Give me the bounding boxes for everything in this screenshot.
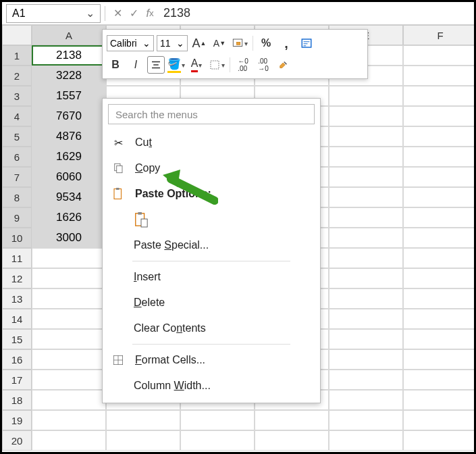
increase-decimal-button[interactable]: ←0.00 <box>234 56 252 74</box>
cell[interactable] <box>32 410 106 430</box>
name-box[interactable]: A1 ⌄ <box>6 4 101 23</box>
italic-button[interactable]: I <box>127 56 144 74</box>
row-header[interactable]: 2 <box>2 66 32 86</box>
formula-input[interactable]: 2138 <box>158 6 474 20</box>
column-header[interactable]: F <box>403 25 476 45</box>
grow-font-button[interactable]: A▲ <box>190 34 208 52</box>
row-header[interactable]: 13 <box>2 288 32 309</box>
row-header[interactable]: 19 <box>2 410 32 430</box>
insert-menu-item[interactable]: Insert <box>103 264 320 290</box>
cell[interactable] <box>403 268 476 288</box>
cell[interactable]: 7670 <box>32 106 106 126</box>
row-header[interactable]: 5 <box>2 126 32 147</box>
bold-button[interactable]: B <box>107 56 124 74</box>
format-cells-menu-item[interactable]: Format Cells... <box>103 347 320 373</box>
cell[interactable]: 3000 <box>32 228 106 248</box>
cell[interactable] <box>255 410 329 430</box>
cell[interactable] <box>329 430 403 451</box>
menu-search-input[interactable]: Search the menus <box>108 104 315 124</box>
cell[interactable] <box>106 430 180 451</box>
cell[interactable] <box>180 410 255 430</box>
cell[interactable] <box>329 126 403 147</box>
row-header[interactable]: 12 <box>2 268 32 288</box>
cell[interactable] <box>329 86 403 106</box>
cell[interactable] <box>32 390 106 410</box>
cell[interactable] <box>403 349 476 370</box>
number-format-button[interactable]: ▾ <box>231 34 248 52</box>
enter-icon[interactable]: ✓ <box>126 5 142 22</box>
cell[interactable] <box>32 268 106 288</box>
cell[interactable] <box>329 228 403 248</box>
fill-color-button[interactable]: 🪣▾ <box>167 56 185 74</box>
copy-menu-item[interactable]: Copy <box>103 155 320 181</box>
cell[interactable] <box>329 288 403 309</box>
row-header[interactable]: 7 <box>2 167 32 187</box>
cell[interactable] <box>329 349 403 370</box>
font-select[interactable]: Calibri⌄ <box>107 35 154 51</box>
cell[interactable] <box>403 329 476 349</box>
cell[interactable] <box>403 228 476 248</box>
row-header[interactable]: 3 <box>2 86 32 106</box>
cell[interactable] <box>32 370 106 390</box>
cell[interactable] <box>329 410 403 430</box>
cell[interactable] <box>32 288 106 309</box>
cell[interactable] <box>106 410 180 430</box>
cancel-icon[interactable]: ✕ <box>109 5 126 22</box>
cell[interactable] <box>403 147 476 167</box>
cell[interactable] <box>403 390 476 410</box>
cell[interactable] <box>329 309 403 329</box>
row-header[interactable]: 14 <box>2 309 32 329</box>
row-header[interactable]: 1 <box>2 45 32 66</box>
cell[interactable] <box>403 45 476 66</box>
row-header[interactable]: 8 <box>2 187 32 207</box>
cell[interactable]: 3228 <box>32 66 106 86</box>
cell[interactable] <box>32 329 106 349</box>
cell[interactable] <box>403 106 476 126</box>
cell[interactable] <box>403 207 476 228</box>
cell[interactable]: 1557 <box>32 86 106 106</box>
cell[interactable] <box>403 248 476 268</box>
decrease-decimal-button[interactable]: .00→0 <box>255 56 272 74</box>
cut-menu-item[interactable]: ✂ Cut <box>103 130 320 155</box>
cell[interactable] <box>403 167 476 187</box>
row-header[interactable]: 20 <box>2 430 32 451</box>
cell[interactable] <box>180 430 255 451</box>
cell[interactable]: 9534 <box>32 187 106 207</box>
font-size-select[interactable]: 11⌄ <box>157 35 188 51</box>
cell[interactable] <box>329 187 403 207</box>
font-color-button[interactable]: A▾ <box>188 56 205 74</box>
column-header[interactable]: A <box>32 25 106 45</box>
cell[interactable] <box>329 248 403 268</box>
cell[interactable] <box>329 390 403 410</box>
cell[interactable] <box>403 126 476 147</box>
cell[interactable] <box>32 349 106 370</box>
cell[interactable] <box>329 268 403 288</box>
borders-button[interactable]: ▾ <box>208 56 226 74</box>
cell[interactable]: 2138 <box>32 45 106 66</box>
cell[interactable] <box>329 167 403 187</box>
shrink-font-button[interactable]: A▼ <box>211 34 228 52</box>
comma-button[interactable]: , <box>277 34 295 52</box>
fx-icon[interactable]: fx <box>142 5 158 22</box>
chevron-down-icon[interactable]: ⌄ <box>86 7 95 20</box>
percent-button[interactable]: % <box>257 34 275 52</box>
cell[interactable] <box>403 410 476 430</box>
cell[interactable]: 1629 <box>32 147 106 167</box>
select-all-corner[interactable] <box>2 25 32 45</box>
paste-special-menu-item[interactable]: Paste Special... <box>103 232 320 258</box>
cell[interactable] <box>255 430 329 451</box>
cell[interactable]: 4876 <box>32 126 106 147</box>
clear-contents-menu-item[interactable]: Clear Contents <box>103 316 320 341</box>
row-header[interactable]: 15 <box>2 329 32 349</box>
cell[interactable] <box>403 86 476 106</box>
cell[interactable] <box>32 248 106 268</box>
cell[interactable]: 6060 <box>32 167 106 187</box>
cell[interactable] <box>403 66 476 86</box>
cell[interactable] <box>32 309 106 329</box>
cell[interactable] <box>329 147 403 167</box>
cell[interactable] <box>403 288 476 309</box>
row-header[interactable]: 4 <box>2 106 32 126</box>
cell[interactable] <box>32 430 106 451</box>
cell[interactable] <box>403 370 476 390</box>
delete-menu-item[interactable]: Delete <box>103 290 320 316</box>
